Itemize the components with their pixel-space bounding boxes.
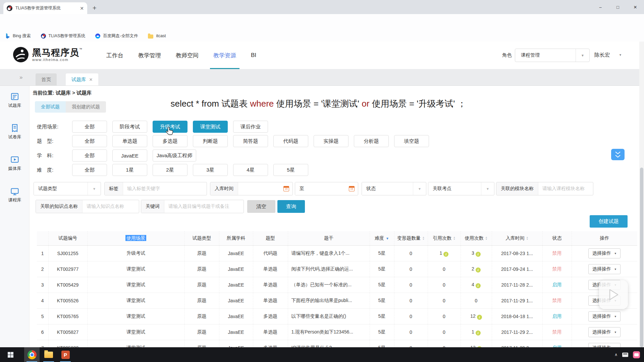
exam-point-select[interactable]: 关联考点 ▼ — [428, 182, 494, 195]
create-question-button[interactable]: 创建试题 — [590, 215, 628, 228]
filter-difficulty-option[interactable]: 2星 — [153, 164, 187, 176]
role-select[interactable]: 课程管理 ▼ — [515, 49, 590, 62]
question-bank-icon — [0, 92, 30, 101]
bookmark-netdisk[interactable]: 百度网盘-全部文件 — [95, 33, 138, 39]
calendar-icon[interactable] — [283, 186, 289, 191]
tab-all-questions[interactable]: 全部试题 — [35, 101, 66, 113]
window-minimize-button[interactable]: – — [592, 0, 609, 14]
filter-qtype-option[interactable]: 全部 — [72, 135, 107, 147]
keyword-input[interactable]: 请输入题目编号或题干或备注 — [164, 203, 244, 209]
scrollbar-thumb[interactable] — [640, 168, 643, 347]
clear-button[interactable]: 清空 — [247, 200, 275, 213]
module-name-input[interactable]: 请输入课程模块名称 — [538, 186, 593, 192]
sort-icons[interactable]: ▲▼ — [422, 236, 425, 240]
expand-filters-button[interactable] — [611, 149, 625, 160]
calendar-icon[interactable] — [349, 186, 355, 191]
search-button[interactable]: 查询 — [277, 200, 305, 213]
filter-row-difficulty: 难 度: 全部1星2星3星4星5星 — [37, 164, 308, 176]
info-icon[interactable]: i — [476, 267, 481, 273]
tray-keyboard-icon[interactable] — [622, 353, 628, 357]
page-tab-home[interactable]: 首页 — [36, 73, 57, 85]
filter-difficulty-option[interactable]: 5星 — [273, 164, 308, 176]
start-button[interactable] — [3, 347, 18, 362]
page-tab-question-bank[interactable]: 试题库 ✕ — [66, 73, 98, 85]
row-action-button[interactable]: 选择操作▼ — [588, 264, 621, 274]
question-type-select[interactable]: 试题类型 ▼ — [34, 182, 101, 195]
tab-my-questions[interactable]: 我创建的试题 — [66, 101, 106, 113]
col-header-used[interactable]: 使用次数▲▼ — [461, 231, 492, 246]
col-header-cited[interactable]: 引用次数▲▼ — [428, 231, 461, 246]
info-icon[interactable]: i — [476, 330, 481, 336]
tray-bilibili-icon[interactable] — [633, 351, 640, 358]
status-select[interactable]: 状态 ▼ — [362, 182, 426, 195]
nav-item-workbench[interactable]: 工作台 — [106, 42, 124, 69]
window-maximize-button[interactable]: □ — [609, 0, 627, 14]
filter-subject-option[interactable]: 全部 — [72, 149, 107, 162]
row-action-button[interactable]: 选择操作▼ — [588, 311, 621, 321]
window-close-button[interactable]: ✕ — [627, 0, 644, 14]
tag-input[interactable]: 输入标签关键字 — [123, 186, 207, 192]
sort-icons[interactable]: ▲▼ — [485, 236, 488, 240]
info-icon[interactable]: i — [477, 315, 482, 320]
row-action-button[interactable]: 选择操作▼ — [588, 327, 621, 337]
cell-action: 选择操作▼ — [572, 246, 637, 261]
filter-scene-option[interactable]: 课后作业 — [233, 121, 268, 133]
taskbar-chrome[interactable] — [24, 347, 40, 362]
knowledge-point-input[interactable]: 请输入知识点名称 — [83, 203, 139, 209]
filter-subject-option[interactable]: JavaEE — [112, 149, 147, 162]
filter-qtype-option[interactable]: 实操题 — [314, 135, 348, 147]
status-badge: 禁用 — [552, 266, 562, 272]
filter-scene-option[interactable]: 阶段考试 — [112, 121, 147, 133]
close-tab-icon[interactable]: ✕ — [89, 77, 93, 82]
bookmark-bing[interactable]: Bing 搜索 — [5, 33, 31, 39]
filter-qtype-option[interactable]: 判断题 — [193, 135, 228, 147]
col-header-subject: 所属学科 — [219, 231, 253, 246]
tray-expand-icon[interactable]: ∧ — [614, 352, 618, 357]
filter-difficulty-option[interactable]: 全部 — [72, 164, 107, 176]
sidebar-item-course-bank[interactable]: 课程库 — [0, 186, 30, 203]
filter-qtype-option[interactable]: 多选题 — [153, 135, 187, 147]
taskbar-powerpoint[interactable]: P — [58, 347, 73, 362]
tab-close-icon[interactable]: ✕ — [80, 6, 84, 11]
row-action-button[interactable]: 选择操作▼ — [588, 248, 621, 258]
collapse-tabs-icon[interactable]: » — [19, 74, 22, 81]
sort-icons[interactable]: ▲▼ — [453, 236, 455, 240]
new-tab-button[interactable]: ＋ — [91, 3, 98, 12]
col-header-code: 试题编号 — [48, 231, 87, 246]
scrollbar[interactable] — [639, 42, 644, 347]
bookmark-tlias[interactable]: TLIAS教学管理系统 — [41, 33, 86, 39]
filter-subject-option[interactable]: Java高级工程师 — [153, 149, 196, 162]
filter-scene-option[interactable]: 课堂测试 — [193, 121, 228, 133]
sidebar-item-media-bank[interactable]: 媒体库 — [0, 155, 30, 172]
bookmark-itcast[interactable]: itcast — [148, 34, 166, 39]
filter-qtype-option[interactable]: 填空题 — [394, 135, 429, 147]
filter-qtype-option[interactable]: 单选题 — [112, 135, 147, 147]
taskbar-explorer[interactable] — [41, 347, 56, 362]
video-play-overlay[interactable] — [599, 280, 628, 309]
browser-tab[interactable]: TLIAS教学资源管理系统 ✕ — [3, 2, 87, 14]
nav-item-teaching-resources[interactable]: 教学资源 — [213, 42, 237, 69]
sidebar-item-question-bank[interactable]: 试题库 — [0, 92, 30, 109]
filter-scene-option[interactable]: 全部 — [72, 121, 107, 133]
filter-qtype-option[interactable]: 代码题 — [273, 135, 308, 147]
browser-tab-strip: TLIAS教学资源管理系统 ✕ ＋ – □ ✕ — [0, 0, 644, 14]
info-icon[interactable]: i — [476, 283, 481, 288]
nav-item-teaching-mgmt[interactable]: 教学管理 — [138, 42, 162, 69]
filter-qtype-option[interactable]: 分析题 — [354, 135, 389, 147]
info-icon[interactable]: i — [476, 252, 481, 257]
sidebar-item-paper-bank[interactable]: 试卷库 — [0, 123, 30, 140]
info-icon[interactable]: i — [443, 252, 448, 257]
col-header-date[interactable]: 入库时间▲▼ — [492, 231, 542, 246]
filter-difficulty-option[interactable]: 3星 — [193, 164, 228, 176]
user-chevron-down-icon[interactable]: ▼ — [619, 53, 622, 57]
col-header-difficulty[interactable]: 难度▼ — [370, 231, 394, 246]
user-name[interactable]: 陈长宏 — [594, 52, 610, 59]
col-header-variants[interactable]: 变形题数量▲▼ — [394, 231, 428, 246]
filter-qtype-option[interactable]: 简答题 — [233, 135, 268, 147]
sort-desc-icon[interactable]: ▼ — [386, 237, 389, 240]
filter-difficulty-option[interactable]: 4星 — [233, 164, 268, 176]
sort-icons[interactable]: ▲▼ — [526, 236, 529, 240]
nav-item-bi[interactable]: BI — [250, 42, 257, 69]
nav-item-teacher-space[interactable]: 教师空间 — [175, 42, 199, 69]
filter-difficulty-option[interactable]: 1星 — [112, 164, 147, 176]
